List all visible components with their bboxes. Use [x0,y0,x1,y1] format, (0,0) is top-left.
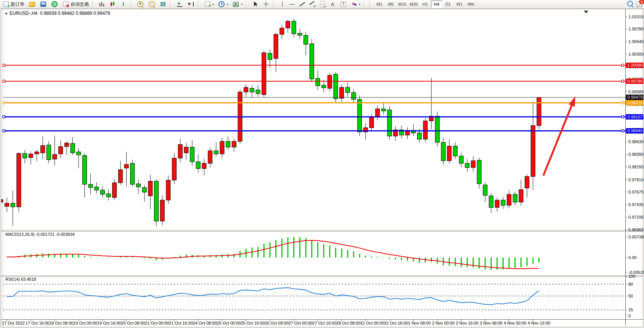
timeframe-h1-button[interactable]: H1 [419,0,431,8]
candlestick-chart-button[interactable] [107,0,118,8]
metatrader-window: { "window": { "title_symbol": "EURUSD-,H… [0,0,644,328]
price-tick-label: 0.97910 [628,178,644,182]
timeframe-h4-button[interactable]: H4 [431,0,442,8]
chart-title: ▼EURUSD-,H4 0.98939 0.99482 0.98869 0.99… [5,11,110,16]
candle [214,151,218,154]
chart-shift-icon [188,2,194,6]
candle [489,196,493,207]
timeframe-m15-button[interactable]: M15 [397,0,408,8]
macd-scale-label: 0.007389 [628,235,644,239]
line-anchor[interactable] [622,116,624,118]
chart-title-ohlc: 0.98939 0.99482 0.98869 0.99479 [40,11,110,16]
pivot-line-badge: 0.99375 [628,101,643,105]
line-anchor[interactable] [3,64,5,66]
terminal-panel-button[interactable] [38,0,49,8]
time-tick-label: 18 Oct 08:00 [49,321,73,325]
label-tool-button[interactable]: T [338,0,349,8]
timeframe-w1-button[interactable]: W1 [454,0,465,8]
arrows-dropdown[interactable]: ▾ [349,0,362,8]
toolbar-separator [364,1,367,7]
zoom-in-button[interactable]: + [135,0,146,8]
candle [59,147,63,154]
candle [220,141,224,154]
line-chart-button[interactable] [118,0,129,8]
fibonacci-button[interactable] [317,0,328,8]
candle [513,194,517,202]
new-order-button [3,2,9,7]
indicators-dropdown[interactable]: ▾ [202,0,216,8]
line-anchor[interactable] [622,80,624,82]
horizontal-line-button[interactable] [287,0,297,8]
line-anchor[interactable] [3,130,5,132]
resistance-line-badge: 0.99786 [628,79,643,83]
line-chart-icon [121,2,126,6]
timeframe-m1-button[interactable]: M1 [374,0,385,8]
notification-badge: 1 [639,0,644,4]
auto-scroll-icon [177,2,182,7]
zoom-out-button[interactable]: - [146,0,157,8]
trendline-button[interactable] [297,0,307,8]
line-anchor[interactable] [622,64,624,66]
line-anchor[interactable] [3,80,5,82]
chart-shift-button[interactable] [185,0,196,8]
templates-dropdown[interactable]: ▾ [230,0,244,8]
autotrading-button[interactable]: 自动交易 [60,0,91,8]
price-chart[interactable]: 1.010151.007801.005401.003001.000600.998… [0,0,644,328]
candle [232,141,236,147]
crosshair-button[interactable] [261,0,271,8]
equidistant-channel-button[interactable] [307,0,317,8]
timeframe-m5-button[interactable]: M5 [385,0,397,8]
text-tool-button[interactable]: A [328,0,338,8]
search-icon[interactable] [627,1,633,6]
time-tick-label: 21 Oct 00:00 [145,321,169,325]
symbol-dropdown-icon[interactable]: ▼ [5,12,8,16]
line-anchor[interactable] [3,102,5,104]
line-anchor[interactable] [622,130,624,132]
vertical-line-button[interactable] [277,0,287,8]
candle [148,181,153,196]
chat-icon[interactable]: 1 [636,2,642,7]
line-anchor[interactable] [3,116,5,118]
price-tick-label: 1.00780 [628,27,644,31]
toolbar-separator [130,1,133,7]
line-anchor[interactable] [622,102,624,104]
rsi-scale-label: 15 [628,307,633,312]
candle [495,200,499,207]
rsi-scale-label: 80 [628,282,633,286]
signals-icon [51,1,58,7]
cursor-button[interactable] [250,0,261,8]
toolbar-separator [92,1,95,7]
candle [256,90,260,94]
candle [262,53,266,94]
new-order-button[interactable]: 新订单 [1,0,26,8]
time-tick-label: 27 Oct 00:00 [289,321,313,325]
signals-button[interactable] [49,0,60,8]
candle [465,163,469,168]
cursor-icon [253,2,258,7]
candle [208,151,212,163]
candle [53,154,57,159]
toolbar-separator [170,1,173,7]
tile-windows-button[interactable] [157,0,169,8]
new-order-button-label: 新订单 [11,1,24,8]
candle [23,154,27,158]
candle [441,142,445,161]
highlighter-button[interactable] [26,0,38,8]
candle [17,154,21,207]
bar-chart-button[interactable] [96,0,107,8]
timeframe-m30-button[interactable]: M30 [408,0,419,8]
candle [292,21,296,34]
timeframe-d1-button[interactable]: D1 [442,0,454,8]
candle [226,141,230,147]
time-tick-label: 31 Oct 16:00 [384,321,408,325]
candle [483,185,487,195]
price-tick-label: 0.98150 [628,165,644,169]
timeframe-mn-button[interactable]: MN [465,0,477,8]
candle [77,152,81,155]
candle [531,126,535,177]
periods-dropdown[interactable]: ▾ [216,0,230,8]
price-tick-label: 0.97675 [628,190,644,194]
price-tick-label: 0.97435 [628,202,644,207]
time-tick-label: 27 Oct 16:00 [312,321,336,325]
auto-scroll-button[interactable] [174,0,185,8]
